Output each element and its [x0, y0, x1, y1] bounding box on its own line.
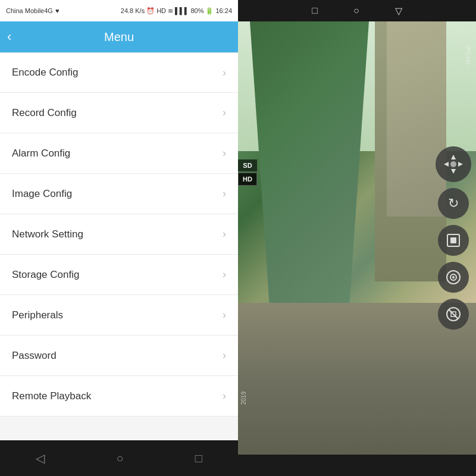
menu-item-label: Image Config: [12, 188, 72, 200]
menu-item-label: Storage Config: [12, 269, 79, 281]
menu-item-network-setting[interactable]: Network Setting ›: [0, 214, 238, 255]
status-bar-right: 24.8 K/s ⏰ HD ≋ ▌▌▌ 80% 🔋 16:24: [121, 7, 232, 15]
right-status-bar: □ ○ ▽: [238, 0, 476, 21]
speaker-button[interactable]: [438, 299, 469, 330]
menu-item-storage-config[interactable]: Storage Config ›: [0, 255, 238, 295]
right-triangle-icon: ▽: [395, 5, 402, 17]
camera-controls: ↻: [436, 146, 471, 330]
menu-item-label: Password: [12, 350, 57, 362]
menu-item-encode-config[interactable]: Encode Config ›: [0, 52, 238, 93]
snapshot-icon: [445, 269, 462, 286]
header-title: Menu: [104, 30, 134, 44]
svg-marker-3: [458, 162, 463, 167]
chevron-right-icon: ›: [223, 349, 226, 362]
alarm-icon: ⏰: [146, 7, 155, 15]
signal-icon: ♥: [55, 7, 60, 14]
svg-marker-2: [444, 162, 449, 167]
menu-item-record-config[interactable]: Record Config ›: [0, 93, 238, 133]
chevron-right-icon: ›: [223, 268, 226, 281]
time-label: 16:24: [215, 7, 232, 14]
menu-item-password[interactable]: Password ›: [0, 336, 238, 376]
right-square-icon: □: [312, 5, 318, 16]
menu-item-label: Record Config: [12, 107, 77, 119]
menu-list: Encode Config › Record Config › Alarm Co…: [0, 52, 238, 440]
svg-rect-6: [450, 237, 456, 243]
carrier-label: China Mobile4G: [6, 7, 53, 14]
chevron-right-icon: ›: [223, 187, 226, 200]
svg-line-11: [449, 309, 458, 319]
nav-home-button[interactable]: ○: [116, 452, 123, 465]
status-bar-left: China Mobile4G ♥: [6, 7, 59, 14]
back-button[interactable]: ‹: [7, 29, 11, 45]
nav-recent-button[interactable]: □: [195, 452, 202, 465]
svg-point-4: [450, 161, 456, 167]
camera-view: IPCAM SD HD 2019 ↻: [238, 21, 476, 455]
refresh-button[interactable]: ↻: [438, 188, 469, 219]
right-phone: □ ○ ▽ IPCAM SD HD 2019: [238, 0, 476, 476]
chevron-right-icon: ›: [223, 390, 226, 402]
app-header: ‹ Menu: [0, 21, 238, 52]
menu-item-label: Remote Playback: [12, 390, 91, 402]
chevron-right-icon: ›: [223, 309, 226, 321]
menu-item-remote-playback[interactable]: Remote Playback ›: [0, 376, 238, 416]
snapshot-button[interactable]: [438, 262, 469, 293]
hd-icon: HD: [156, 7, 166, 14]
menu-item-image-config[interactable]: Image Config ›: [0, 174, 238, 214]
sd-quality-button[interactable]: SD: [238, 159, 257, 171]
nav-back-button[interactable]: ◁: [36, 451, 45, 465]
dpad-button[interactable]: [436, 146, 471, 182]
svg-marker-0: [451, 155, 456, 159]
record-button[interactable]: [438, 225, 469, 256]
svg-point-9: [452, 276, 455, 278]
year-label: 2019: [238, 389, 249, 407]
battery-icon: 🔋: [205, 7, 214, 15]
ipcam-watermark: IPCAM: [465, 45, 471, 65]
menu-item-alarm-config[interactable]: Alarm Config ›: [0, 133, 238, 174]
record-icon: [445, 232, 462, 249]
menu-item-label: Alarm Config: [12, 148, 70, 159]
speed-label: 24.8 K/s: [121, 7, 145, 14]
refresh-icon: ↻: [448, 196, 459, 211]
speaker-icon: [445, 306, 462, 322]
chevron-right-icon: ›: [223, 107, 226, 119]
hd-quality-button[interactable]: HD: [238, 173, 257, 186]
svg-marker-1: [451, 169, 456, 174]
menu-item-peripherals[interactable]: Peripherals ›: [0, 295, 238, 336]
battery-label: 80%: [190, 7, 203, 14]
menu-item-label: Encode Config: [12, 67, 79, 79]
menu-item-label: Network Setting: [12, 228, 83, 240]
left-phone: China Mobile4G ♥ 24.8 K/s ⏰ HD ≋ ▌▌▌ 80%…: [0, 0, 238, 476]
nav-bar-bottom: ◁ ○ □: [0, 440, 238, 476]
chevron-right-icon: ›: [223, 147, 226, 159]
wifi-icon: ≋: [168, 7, 173, 15]
status-bar: China Mobile4G ♥ 24.8 K/s ⏰ HD ≋ ▌▌▌ 80%…: [0, 0, 238, 21]
signal-bars-icon: ▌▌▌: [175, 7, 189, 14]
right-circle-icon: ○: [353, 5, 359, 16]
dpad-icon: [443, 154, 464, 175]
chevron-right-icon: ›: [223, 67, 226, 79]
right-nav-bottom: [238, 455, 476, 476]
quality-selector: SD HD: [238, 159, 257, 317]
menu-item-label: Peripherals: [12, 309, 63, 321]
chevron-right-icon: ›: [223, 228, 226, 240]
